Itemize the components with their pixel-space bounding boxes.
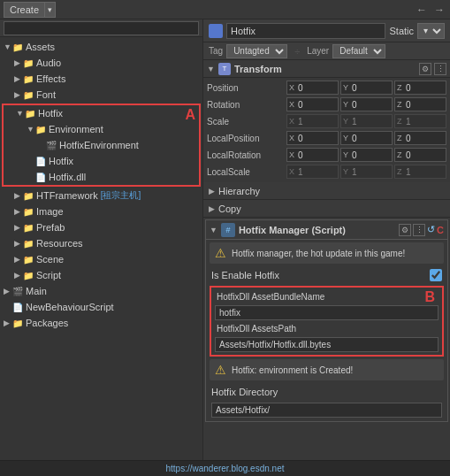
localrot-y-field[interactable]: Y0 [340, 148, 393, 162]
hierarchy-label: Hierarchy [218, 186, 260, 196]
hotfix-manager-icon: # [221, 223, 235, 237]
tree-item-hotfixenv[interactable]: 🎬 HotfixEnvironment [4, 137, 199, 153]
tree-item-hotfix2[interactable]: 📄 Hotfix [4, 153, 199, 169]
tree-item-audio[interactable]: ▶ 📁 Audio [0, 55, 202, 71]
tree-item-script[interactable]: ▶ 📁 Script [0, 267, 202, 283]
field-label-assetspath: HotfixDll AssetsPath [213, 321, 440, 336]
scale-x-field[interactable]: X1 [286, 114, 339, 128]
label-prefab: Prefab [36, 222, 65, 233]
tree-item-effects[interactable]: ▶ 📁 Effects [0, 71, 202, 87]
transform-header[interactable]: ▼ T Transform ⚙ ⋮ [203, 60, 450, 78]
rotation-z-val: 0 [406, 100, 411, 110]
scale-z-field[interactable]: Z1 [394, 114, 446, 128]
position-label: Position [207, 83, 286, 93]
back-icon[interactable]: ← [415, 4, 429, 16]
transform-row-scale: Scale X1 Y1 Z1 [207, 113, 446, 129]
transform-settings-icon[interactable]: ⚙ [419, 63, 431, 75]
tree-item-resources[interactable]: ▶ 📁 Resources [0, 235, 202, 251]
hotfix-manager-more-icon[interactable]: ⋮ [413, 224, 425, 236]
field-value-assetspath[interactable]: Assets/Hotfix/Hotfix.dll.bytes [215, 337, 439, 352]
rotation-fields: X0 Y0 Z0 [286, 97, 446, 111]
tree-item-font[interactable]: ▶ 📁 Font [0, 87, 202, 103]
rotation-y-val: 0 [352, 100, 357, 110]
localpos-x-field[interactable]: X0 [286, 131, 339, 145]
hotfix-refresh-icon[interactable]: ↺ [427, 224, 435, 235]
field-label-bundlename: HotfixDll AssetBundleName [213, 289, 440, 304]
hotfix-manager-settings-icon[interactable]: ⚙ [399, 224, 411, 236]
static-dropdown[interactable]: ▾ [417, 23, 445, 39]
localscale-x-field[interactable]: X1 [286, 165, 339, 179]
label-hotfix2: Hotfix [49, 156, 73, 166]
position-y-field[interactable]: Y0 [340, 81, 393, 95]
arrow-packages: ▶ [4, 319, 12, 327]
arrow-effects: ▶ [14, 74, 23, 83]
label-b: B [424, 289, 435, 305]
hierarchy-row[interactable]: ▶ Hierarchy [203, 182, 450, 200]
tree-item-hotfix[interactable]: ▼ 📁 Hotfix [4, 105, 199, 121]
script-icon-hotfix2: 📄 [35, 157, 46, 166]
transform-title: Transform [234, 64, 419, 74]
sz-axis: Z [397, 117, 404, 126]
tree-view[interactable]: ▼ 📁 Assets ▶ 📁 Audio ▶ 📁 Effects ▶ 📁 Fon… [0, 37, 202, 460]
search-input[interactable] [4, 21, 199, 35]
localpos-y-field[interactable]: Y0 [340, 131, 393, 145]
folder-icon-hotfix: 📁 [25, 109, 35, 119]
tree-item-scene[interactable]: ▶ 📁 Scene [0, 251, 202, 267]
layer-dropdown[interactable]: Default [332, 44, 385, 58]
forward-icon[interactable]: → [432, 4, 446, 16]
transform-row-position: Position X0 Y0 Z0 [207, 80, 446, 96]
inspector-scroll[interactable]: ▼ T Transform ⚙ ⋮ Position X0 Y0 Z0 [203, 60, 450, 460]
tree-item-newbehaviour[interactable]: 📄 NewBehaviourScript [0, 299, 202, 315]
label-main: Main [26, 286, 47, 296]
arrow-hotfix: ▼ [16, 109, 25, 118]
enable-hotfix-checkbox[interactable] [430, 269, 442, 281]
localscale-y-field[interactable]: Y1 [340, 165, 393, 179]
field-value-bundlename[interactable]: hotfix [215, 305, 439, 320]
tree-item-prefab[interactable]: ▶ 📁 Prefab [0, 219, 202, 235]
localrot-x-field[interactable]: X0 [286, 148, 339, 162]
label-environment: Environment [49, 124, 103, 134]
lpz-axis: Z [397, 134, 404, 142]
rotation-z-field[interactable]: Z0 [394, 97, 446, 111]
tree-item-hotfixdll[interactable]: 📄 Hotfix.dll [4, 169, 199, 185]
label-image: Image [36, 206, 64, 217]
position-y-val: 0 [352, 83, 357, 93]
arrow-assets: ▼ [4, 42, 12, 51]
rotation-y-field[interactable]: Y0 [340, 97, 393, 111]
footer-url: https://wanderer.blog.esdn.net [0, 460, 450, 476]
label-font: Font [36, 89, 56, 100]
hotfix-manager-component: ▼ # Hotfix Manager (Script) ⚙ ⋮ ↺ C ⚠ Ho… [205, 219, 448, 422]
tree-item-image[interactable]: ▶ 📁 Image [0, 203, 202, 219]
localscale-z-field[interactable]: Z1 [394, 165, 446, 179]
tag-layer-row: Tag Untagted ÷ Layer Default [203, 42, 450, 60]
arrow-scene: ▶ [14, 255, 23, 264]
rotation-label: Rotation [207, 100, 286, 110]
copy-row[interactable]: ▶ Copy [203, 200, 450, 218]
create-arrow-button[interactable]: ▾ [45, 2, 56, 18]
transform-more-icon[interactable]: ⋮ [434, 63, 446, 75]
folder-icon-effects: 📁 [23, 74, 34, 84]
localpos-z-field[interactable]: Z0 [394, 131, 446, 145]
tree-item-assets[interactable]: ▼ 📁 Assets [0, 39, 202, 55]
hotfix-c-icon[interactable]: C [437, 225, 444, 235]
object-header: Static ▾ [203, 19, 450, 42]
hotfix-info-box: ⚠ Hotfix manager, the hot update in this… [210, 242, 444, 264]
rotation-x-field[interactable]: X0 [286, 97, 339, 111]
tree-item-htframework[interactable]: ▶ 📁 HTFramework [祖宗主机] [0, 188, 202, 203]
arrow-script: ▶ [14, 271, 23, 280]
tree-item-environment[interactable]: ▼ 📁 Environment [4, 121, 199, 137]
position-z-field[interactable]: Z0 [394, 81, 446, 95]
hotfix-manager-header[interactable]: ▼ # Hotfix Manager (Script) ⚙ ⋮ ↺ C [206, 220, 447, 240]
create-button[interactable]: Create [4, 2, 45, 18]
label-audio: Audio [36, 58, 61, 68]
tag-dropdown[interactable]: Untagted [226, 44, 287, 58]
position-x-field[interactable]: X0 [286, 81, 339, 95]
lrz-axis: Z [397, 150, 404, 159]
tree-item-main[interactable]: ▶ 🎬 Main [0, 283, 202, 299]
scale-y-field[interactable]: Y1 [340, 114, 393, 128]
lsz-axis: Z [397, 167, 404, 176]
tree-item-packages[interactable]: ▶ 📁 Packages [0, 315, 202, 331]
directory-value[interactable]: Assets/Hotfix/ [211, 403, 442, 418]
localrot-z-field[interactable]: Z0 [394, 148, 446, 162]
object-name-input[interactable] [226, 23, 385, 39]
